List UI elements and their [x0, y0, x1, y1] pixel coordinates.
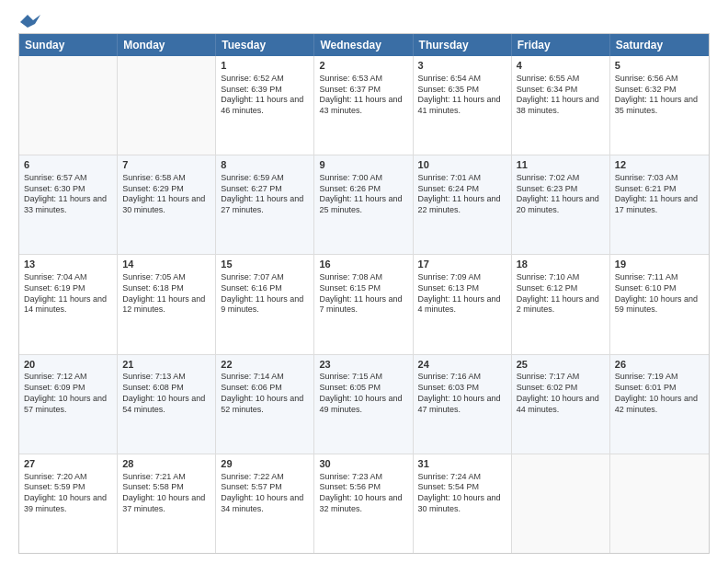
day-number: 22: [221, 358, 309, 372]
day-cell-8: 8Sunrise: 6:59 AM Sunset: 6:27 PM Daylig…: [216, 155, 314, 254]
calendar-body: 1Sunrise: 6:52 AM Sunset: 6:39 PM Daylig…: [19, 56, 709, 553]
day-cell-9: 9Sunrise: 7:00 AM Sunset: 6:26 PM Daylig…: [314, 155, 413, 254]
day-number: 10: [418, 158, 506, 172]
day-info: Sunrise: 6:58 AM Sunset: 6:29 PM Dayligh…: [122, 173, 210, 216]
day-info: Sunrise: 6:59 AM Sunset: 6:27 PM Dayligh…: [221, 173, 309, 216]
day-info: Sunrise: 7:00 AM Sunset: 6:26 PM Dayligh…: [319, 173, 407, 216]
day-cell-3: 3Sunrise: 6:54 AM Sunset: 6:35 PM Daylig…: [414, 56, 512, 155]
day-number: 11: [517, 158, 605, 172]
day-number: 20: [24, 358, 112, 372]
day-cell-4: 4Sunrise: 6:55 AM Sunset: 6:34 PM Daylig…: [512, 56, 610, 155]
day-cell-27: 27Sunrise: 7:20 AM Sunset: 5:59 PM Dayli…: [19, 454, 118, 553]
empty-cell: [610, 454, 709, 553]
calendar-row-3: 13Sunrise: 7:04 AM Sunset: 6:19 PM Dayli…: [19, 254, 709, 353]
calendar: SundayMondayTuesdayWednesdayThursdayFrid…: [18, 33, 710, 554]
day-number: 16: [319, 258, 407, 271]
day-cell-30: 30Sunrise: 7:23 AM Sunset: 5:56 PM Dayli…: [314, 454, 413, 553]
page: SundayMondayTuesdayWednesdayThursdayFrid…: [0, 0, 728, 563]
day-number: 14: [122, 258, 210, 271]
day-info: Sunrise: 6:56 AM Sunset: 6:32 PM Dayligh…: [615, 74, 704, 117]
day-number: 24: [418, 358, 506, 372]
header-day-sunday: Sunday: [19, 34, 118, 56]
day-info: Sunrise: 7:10 AM Sunset: 6:12 PM Dayligh…: [517, 272, 605, 316]
empty-cell: [512, 454, 610, 553]
day-number: 8: [221, 158, 309, 172]
day-number: 15: [221, 258, 309, 271]
calendar-header: SundayMondayTuesdayWednesdayThursdayFrid…: [19, 34, 709, 56]
header-day-wednesday: Wednesday: [314, 34, 413, 56]
day-number: 13: [24, 258, 112, 271]
day-cell-7: 7Sunrise: 6:58 AM Sunset: 6:29 PM Daylig…: [118, 155, 216, 254]
day-number: 25: [517, 358, 605, 372]
day-number: 21: [122, 358, 210, 372]
day-info: Sunrise: 7:20 AM Sunset: 5:59 PM Dayligh…: [24, 472, 112, 515]
day-cell-11: 11Sunrise: 7:02 AM Sunset: 6:23 PM Dayli…: [512, 155, 610, 254]
day-cell-18: 18Sunrise: 7:10 AM Sunset: 6:12 PM Dayli…: [512, 255, 610, 353]
day-cell-12: 12Sunrise: 7:03 AM Sunset: 6:21 PM Dayli…: [610, 155, 709, 254]
day-number: 4: [517, 59, 605, 73]
day-number: 27: [24, 457, 112, 471]
day-info: Sunrise: 7:24 AM Sunset: 5:54 PM Dayligh…: [418, 472, 506, 515]
day-number: 28: [122, 457, 210, 471]
calendar-row-5: 27Sunrise: 7:20 AM Sunset: 5:59 PM Dayli…: [19, 454, 709, 553]
day-cell-26: 26Sunrise: 7:19 AM Sunset: 6:01 PM Dayli…: [610, 355, 709, 454]
day-info: Sunrise: 7:16 AM Sunset: 6:03 PM Dayligh…: [418, 372, 506, 415]
day-cell-21: 21Sunrise: 7:13 AM Sunset: 6:08 PM Dayli…: [118, 355, 216, 454]
day-cell-22: 22Sunrise: 7:14 AM Sunset: 6:06 PM Dayli…: [216, 355, 314, 454]
header-day-saturday: Saturday: [610, 34, 709, 56]
calendar-row-2: 6Sunrise: 6:57 AM Sunset: 6:30 PM Daylig…: [19, 155, 709, 254]
day-cell-17: 17Sunrise: 7:09 AM Sunset: 6:13 PM Dayli…: [414, 255, 512, 353]
day-number: 18: [517, 258, 605, 271]
day-info: Sunrise: 6:55 AM Sunset: 6:34 PM Dayligh…: [517, 74, 605, 117]
day-info: Sunrise: 7:22 AM Sunset: 5:57 PM Dayligh…: [221, 472, 309, 515]
day-number: 7: [122, 158, 210, 172]
day-info: Sunrise: 6:53 AM Sunset: 6:37 PM Dayligh…: [319, 74, 407, 117]
calendar-row-4: 20Sunrise: 7:12 AM Sunset: 6:09 PM Dayli…: [19, 354, 709, 454]
day-cell-13: 13Sunrise: 7:04 AM Sunset: 6:19 PM Dayli…: [19, 255, 118, 353]
day-info: Sunrise: 7:19 AM Sunset: 6:01 PM Dayligh…: [615, 372, 704, 415]
day-number: 30: [319, 457, 407, 471]
day-info: Sunrise: 6:52 AM Sunset: 6:39 PM Dayligh…: [221, 74, 309, 117]
day-cell-29: 29Sunrise: 7:22 AM Sunset: 5:57 PM Dayli…: [216, 454, 314, 553]
day-cell-2: 2Sunrise: 6:53 AM Sunset: 6:37 PM Daylig…: [314, 56, 413, 155]
day-info: Sunrise: 7:08 AM Sunset: 6:15 PM Dayligh…: [319, 272, 407, 316]
day-cell-25: 25Sunrise: 7:17 AM Sunset: 6:02 PM Dayli…: [512, 355, 610, 454]
header-day-friday: Friday: [512, 34, 610, 56]
day-number: 29: [221, 457, 309, 471]
logo: [18, 15, 40, 26]
day-cell-10: 10Sunrise: 7:01 AM Sunset: 6:24 PM Dayli…: [414, 155, 512, 254]
day-info: Sunrise: 6:54 AM Sunset: 6:35 PM Dayligh…: [418, 74, 506, 117]
svg-marker-0: [20, 15, 40, 28]
day-info: Sunrise: 7:07 AM Sunset: 6:16 PM Dayligh…: [221, 272, 309, 316]
day-number: 17: [418, 258, 506, 271]
day-cell-23: 23Sunrise: 7:15 AM Sunset: 6:05 PM Dayli…: [314, 355, 413, 454]
header-day-monday: Monday: [118, 34, 216, 56]
header: [18, 15, 710, 26]
day-number: 19: [615, 258, 704, 271]
day-info: Sunrise: 7:11 AM Sunset: 6:10 PM Dayligh…: [615, 272, 704, 316]
day-info: Sunrise: 7:01 AM Sunset: 6:24 PM Dayligh…: [418, 173, 506, 216]
day-number: 3: [418, 59, 506, 73]
day-info: Sunrise: 7:17 AM Sunset: 6:02 PM Dayligh…: [517, 372, 605, 415]
day-cell-28: 28Sunrise: 7:21 AM Sunset: 5:58 PM Dayli…: [118, 454, 216, 553]
day-number: 23: [319, 358, 407, 372]
day-cell-19: 19Sunrise: 7:11 AM Sunset: 6:10 PM Dayli…: [610, 255, 709, 353]
day-info: Sunrise: 7:23 AM Sunset: 5:56 PM Dayligh…: [319, 472, 407, 515]
day-info: Sunrise: 7:02 AM Sunset: 6:23 PM Dayligh…: [517, 173, 605, 216]
day-cell-31: 31Sunrise: 7:24 AM Sunset: 5:54 PM Dayli…: [414, 454, 512, 553]
day-number: 1: [221, 59, 309, 73]
day-info: Sunrise: 7:13 AM Sunset: 6:08 PM Dayligh…: [122, 372, 210, 415]
logo-bird-icon: [20, 15, 40, 29]
calendar-row-1: 1Sunrise: 6:52 AM Sunset: 6:39 PM Daylig…: [19, 56, 709, 155]
day-cell-6: 6Sunrise: 6:57 AM Sunset: 6:30 PM Daylig…: [19, 155, 118, 254]
day-number: 6: [24, 158, 112, 172]
day-info: Sunrise: 7:05 AM Sunset: 6:18 PM Dayligh…: [122, 272, 210, 316]
day-info: Sunrise: 7:09 AM Sunset: 6:13 PM Dayligh…: [418, 272, 506, 316]
header-day-thursday: Thursday: [414, 34, 512, 56]
day-cell-14: 14Sunrise: 7:05 AM Sunset: 6:18 PM Dayli…: [118, 255, 216, 353]
day-number: 31: [418, 457, 506, 471]
header-day-tuesday: Tuesday: [216, 34, 314, 56]
day-info: Sunrise: 7:03 AM Sunset: 6:21 PM Dayligh…: [615, 173, 704, 216]
day-cell-15: 15Sunrise: 7:07 AM Sunset: 6:16 PM Dayli…: [216, 255, 314, 353]
day-info: Sunrise: 6:57 AM Sunset: 6:30 PM Dayligh…: [24, 173, 112, 216]
